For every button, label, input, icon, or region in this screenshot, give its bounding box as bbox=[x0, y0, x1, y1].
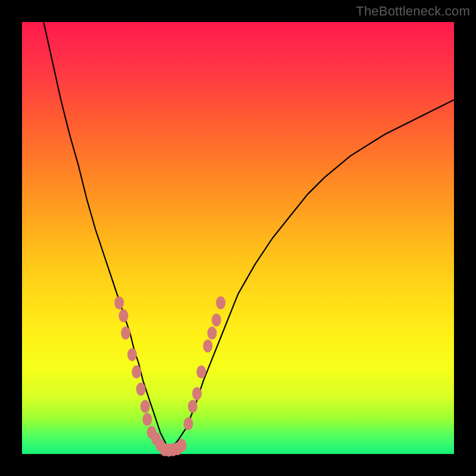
data-marker bbox=[192, 387, 202, 400]
data-marker bbox=[127, 348, 137, 361]
data-marker bbox=[119, 309, 129, 322]
data-marker bbox=[177, 439, 187, 452]
watermark-text: TheBottleneck.com bbox=[356, 4, 470, 19]
data-marker bbox=[140, 400, 150, 413]
data-marker bbox=[121, 327, 130, 340]
data-marker bbox=[143, 413, 152, 426]
data-marker bbox=[212, 314, 221, 327]
chart-frame: TheBottleneck.com bbox=[0, 0, 476, 476]
data-marker bbox=[184, 417, 193, 430]
data-markers bbox=[114, 296, 226, 457]
data-marker bbox=[203, 340, 212, 353]
curve-svg bbox=[22, 22, 454, 454]
plot-area bbox=[22, 22, 454, 454]
data-marker bbox=[216, 296, 226, 309]
data-marker bbox=[196, 365, 206, 378]
data-marker bbox=[114, 296, 124, 309]
right-curve bbox=[169, 100, 454, 450]
data-marker bbox=[131, 365, 141, 378]
data-marker bbox=[207, 327, 217, 340]
left-curve bbox=[43, 22, 168, 450]
data-marker bbox=[188, 400, 198, 413]
data-marker bbox=[136, 383, 146, 396]
